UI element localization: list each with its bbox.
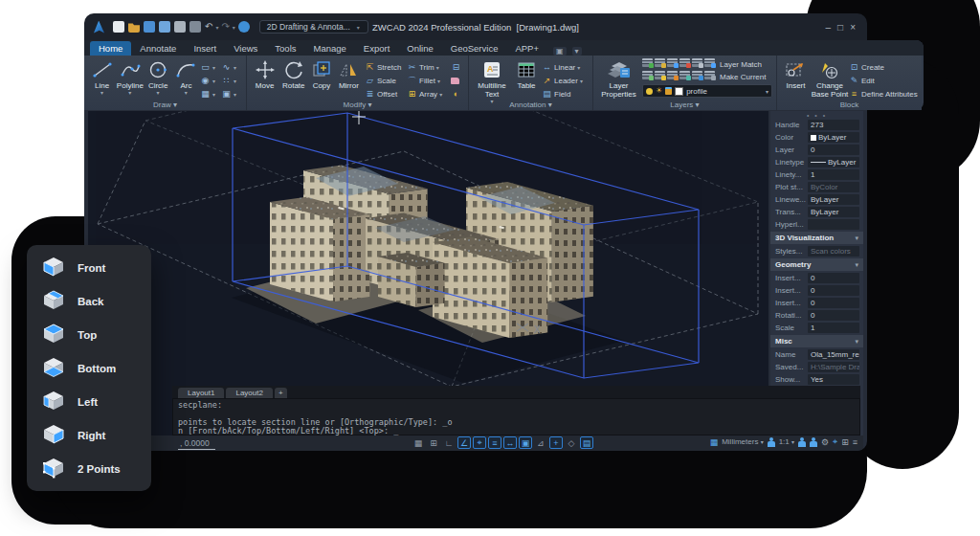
annotation-scale-dropdown[interactable]: 1:1 ▾ bbox=[779, 437, 794, 446]
field-button[interactable]: ▤Field bbox=[542, 87, 588, 100]
open-file-icon[interactable] bbox=[128, 21, 140, 33]
stretch-button[interactable]: ⇱Stretch bbox=[365, 60, 407, 74]
save-all-icon[interactable] bbox=[159, 21, 170, 33]
auto-annotation-icon[interactable] bbox=[810, 437, 817, 447]
palette-grip[interactable]: • • • bbox=[770, 111, 863, 119]
tab-geoservice[interactable]: GeoService bbox=[442, 41, 507, 56]
property-value[interactable]: 1 bbox=[808, 169, 859, 180]
tab-annotate[interactable]: Annotate bbox=[131, 41, 185, 56]
layer-properties-button[interactable]: Layer Properties bbox=[597, 58, 640, 99]
property-value[interactable]: ByLayer bbox=[808, 207, 859, 217]
status-menu-icon[interactable]: ≡ bbox=[853, 437, 858, 447]
close-button[interactable]: × bbox=[850, 22, 856, 33]
undo-caret-icon[interactable]: ▾ bbox=[215, 24, 218, 31]
ortho-toggle[interactable]: ∠ bbox=[457, 436, 471, 449]
tab-home[interactable]: Home bbox=[90, 41, 131, 56]
move-button[interactable]: Move bbox=[251, 58, 278, 90]
point-button[interactable]: ∷▾ bbox=[221, 74, 242, 87]
selection-cycling-toggle[interactable]: ◇ bbox=[565, 436, 578, 449]
property-value[interactable]: 0 bbox=[808, 145, 859, 155]
copy-button[interactable]: Copy bbox=[308, 58, 335, 90]
panel-title-block[interactable]: Block bbox=[777, 100, 922, 109]
layer-off-icon[interactable] bbox=[679, 58, 690, 67]
define-attributes-button[interactable]: ≡Define Attributes bbox=[849, 87, 918, 100]
layout-tab-layout1[interactable]: Layout1 bbox=[178, 388, 224, 398]
undo-icon[interactable]: ↶ bbox=[205, 21, 212, 33]
layer-match-button[interactable]: Layer Match bbox=[720, 60, 762, 69]
infer-constraints-toggle[interactable]: ▦ bbox=[412, 436, 425, 449]
rotate-button[interactable]: Rotate bbox=[278, 58, 308, 90]
new-layout-button[interactable]: + bbox=[275, 388, 287, 398]
property-value[interactable]: Ola_15mm_res bbox=[808, 349, 859, 360]
linear-dimension-button[interactable]: ↔Linear▾ bbox=[542, 60, 588, 74]
layer-thaw-icon[interactable] bbox=[704, 71, 715, 79]
layer-walk-icon[interactable] bbox=[655, 71, 665, 79]
annotation-visibility-icon[interactable] bbox=[798, 437, 806, 447]
workspace-gear-icon[interactable]: ⚙ bbox=[821, 437, 829, 447]
property-value[interactable]: ByLayer bbox=[808, 132, 859, 143]
redo-caret-icon[interactable]: ▾ bbox=[233, 24, 235, 31]
layer-isolate-icon[interactable] bbox=[692, 58, 702, 67]
spline-button[interactable]: ∿▾ bbox=[221, 60, 242, 74]
section-header-misc[interactable]: Misc▾ bbox=[770, 335, 863, 347]
layer-prev-icon[interactable] bbox=[642, 71, 653, 79]
property-value[interactable]: ByColor bbox=[808, 182, 859, 192]
multiline-text-button[interactable]: A Multiline Text▾ bbox=[473, 58, 511, 103]
redo-icon[interactable]: ↷ bbox=[221, 21, 229, 33]
layer-unlock-icon[interactable] bbox=[692, 71, 702, 79]
tab-tools[interactable]: Tools bbox=[266, 41, 304, 56]
layer-merge-icon[interactable] bbox=[667, 71, 678, 79]
view-menu-item-top[interactable]: Top bbox=[27, 318, 151, 351]
annotation-monitor-toggle[interactable]: ▤ bbox=[580, 436, 593, 449]
viewport-canvas[interactable]: X bbox=[88, 111, 768, 386]
gradient-button[interactable]: ◐ bbox=[451, 87, 464, 100]
workspace-switcher[interactable]: 2D Drafting & Annota... ▾ bbox=[259, 20, 368, 34]
minimize-button[interactable]: – bbox=[826, 22, 832, 33]
section-header-3d-visualization[interactable]: 3D Visualization▾ bbox=[770, 232, 863, 244]
view-menu-item-2-points[interactable]: 2 Points bbox=[27, 452, 151, 485]
polyline-button[interactable]: Polyline▾ bbox=[116, 58, 144, 95]
property-value[interactable]: 0 bbox=[808, 310, 859, 321]
property-value[interactable]: ByLayer bbox=[808, 157, 859, 168]
cloud-icon[interactable] bbox=[238, 21, 250, 33]
make-current-button[interactable]: Make Current bbox=[720, 73, 766, 81]
panel-title-modify[interactable]: Modify ▾ bbox=[247, 100, 468, 109]
command-line-window[interactable]: secplane: points to locate section line … bbox=[172, 398, 860, 436]
hatch-button[interactable]: ▦▾ bbox=[200, 87, 221, 100]
circle-button[interactable]: Circle▾ bbox=[145, 58, 172, 95]
layer-match-props-icon[interactable] bbox=[704, 58, 715, 67]
view-menu-item-back[interactable]: Back bbox=[27, 284, 151, 318]
isolate-icon[interactable]: ⌖ bbox=[833, 436, 837, 447]
preview-icon[interactable] bbox=[189, 21, 201, 33]
property-value[interactable]: ByLayer bbox=[808, 194, 859, 205]
clean-screen-icon[interactable]: ⊞ bbox=[841, 437, 849, 447]
region-button[interactable]: ▣▾ bbox=[221, 87, 242, 100]
change-base-point-button[interactable]: Change Base Point bbox=[811, 58, 849, 99]
lineweight-toggle[interactable]: ▣ bbox=[519, 436, 532, 449]
property-value[interactable]: H:\Sample Drawing... bbox=[808, 362, 859, 372]
tab-views[interactable]: Views bbox=[225, 41, 266, 56]
dynamic-ucs-toggle[interactable]: ⊿ bbox=[534, 436, 547, 449]
ribbon-collapse-button[interactable]: ▾ bbox=[572, 47, 582, 56]
scale-button[interactable]: ▱Scale bbox=[365, 74, 407, 87]
polar-tracking-toggle[interactable]: ⌖ bbox=[473, 436, 486, 449]
maximize-button[interactable]: □ bbox=[837, 22, 843, 33]
leader-button[interactable]: ↗Leader▾ bbox=[542, 74, 588, 87]
tab-export[interactable]: Export bbox=[355, 41, 398, 56]
view-menu-item-right[interactable]: Right bbox=[27, 418, 151, 452]
trim-button[interactable]: ✂Trim▾ bbox=[407, 60, 451, 74]
property-value[interactable]: 1 bbox=[808, 323, 859, 333]
section-header-geometry[interactable]: Geometry▾ bbox=[770, 258, 863, 271]
mirror-button[interactable]: Mirror bbox=[335, 58, 363, 90]
property-value[interactable]: Scan colors bbox=[808, 246, 859, 257]
panel-title-layers[interactable]: Layers ▾ bbox=[593, 100, 776, 109]
arc-button[interactable]: Arc▾ bbox=[172, 58, 200, 95]
explode-button[interactable]: ⊟ bbox=[451, 60, 464, 74]
view-menu-item-bottom[interactable]: Bottom bbox=[27, 351, 151, 385]
layout-tab-layout2[interactable]: Layout2 bbox=[226, 388, 272, 398]
new-file-icon[interactable] bbox=[113, 21, 124, 33]
layer-dropdown[interactable]: ☀ profile ▾ bbox=[642, 84, 772, 98]
property-value[interactable]: 0 bbox=[808, 298, 859, 308]
line-button[interactable]: Line▾ bbox=[88, 58, 116, 95]
property-value[interactable]: 0 bbox=[808, 285, 859, 296]
